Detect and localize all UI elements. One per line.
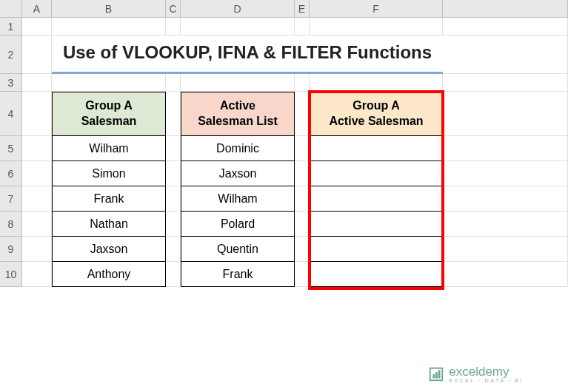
cell-b10[interactable]: Anthony: [52, 262, 166, 287]
cell-f3[interactable]: [310, 74, 443, 92]
col-header-e[interactable]: E: [295, 0, 310, 18]
cell-d7[interactable]: Wilham: [181, 186, 295, 212]
cell-c5[interactable]: [166, 136, 181, 161]
cell-rest7[interactable]: [443, 186, 568, 212]
row-header-3[interactable]: 3: [0, 74, 22, 92]
table-header-result[interactable]: Group A Active Salesman: [310, 92, 443, 136]
cell-b6[interactable]: Simon: [52, 161, 166, 186]
cell-e4[interactable]: [295, 92, 310, 136]
cell-a10[interactable]: [22, 262, 52, 287]
watermark-sub-text: EXCEL · DATA · BI: [449, 378, 524, 383]
exceldemy-logo-icon: [428, 366, 444, 382]
cell-e6[interactable]: [295, 161, 310, 186]
cell-d1[interactable]: [181, 18, 295, 36]
header-b-text: Group A Salesman: [81, 98, 137, 129]
svg-rect-3: [438, 371, 441, 379]
cell-a4[interactable]: [22, 92, 52, 136]
cell-f6[interactable]: [310, 161, 443, 186]
cell-c4[interactable]: [166, 92, 181, 136]
col-header-a[interactable]: A: [22, 0, 52, 18]
cell-a6[interactable]: [22, 161, 52, 186]
svg-rect-2: [435, 372, 438, 378]
cell-e3[interactable]: [295, 74, 310, 92]
cell-rest5[interactable]: [443, 136, 568, 161]
cell-b7[interactable]: Frank: [52, 186, 166, 212]
cell-b1[interactable]: [52, 18, 166, 36]
watermark-main-text: exceldemy: [449, 365, 524, 378]
row-header-5[interactable]: 5: [0, 136, 22, 161]
spreadsheet-grid: A B C D E F 1 2 Use of VLOOKUP, IFNA & F…: [0, 0, 568, 287]
cell-a5[interactable]: [22, 136, 52, 161]
col-header-d[interactable]: D: [181, 0, 295, 18]
cell-rest2[interactable]: [443, 36, 568, 74]
cell-c9[interactable]: [166, 237, 181, 262]
cell-a1[interactable]: [22, 18, 52, 36]
col-header-f[interactable]: F: [310, 0, 443, 18]
cell-c1[interactable]: [166, 18, 181, 36]
cell-b9[interactable]: Jaxson: [52, 237, 166, 262]
cell-rest8[interactable]: [443, 212, 568, 237]
row-header-2[interactable]: 2: [0, 36, 22, 74]
row-header-10[interactable]: 10: [0, 262, 22, 287]
row-header-4[interactable]: 4: [0, 92, 22, 136]
table-header-group-a[interactable]: Group A Salesman: [52, 92, 166, 136]
col-header-b[interactable]: B: [52, 0, 166, 18]
col-header-c[interactable]: C: [166, 0, 181, 18]
cell-e5[interactable]: [295, 136, 310, 161]
cell-d6[interactable]: Jaxson: [181, 161, 295, 186]
cell-rest4[interactable]: [443, 92, 568, 136]
row-header-9[interactable]: 9: [0, 237, 22, 262]
cell-d10[interactable]: Frank: [181, 262, 295, 287]
cell-f7[interactable]: [310, 186, 443, 212]
header-d-text: Active Salesman List: [198, 98, 278, 129]
cell-f8[interactable]: [310, 212, 443, 237]
cell-rest3[interactable]: [443, 74, 568, 92]
cell-a9[interactable]: [22, 237, 52, 262]
cell-a8[interactable]: [22, 212, 52, 237]
cell-rest10[interactable]: [443, 262, 568, 287]
row-header-6[interactable]: 6: [0, 161, 22, 186]
col-header-rest: [443, 0, 568, 18]
cell-b3[interactable]: [52, 74, 166, 92]
row-header-7[interactable]: 7: [0, 186, 22, 212]
cell-d3[interactable]: [181, 74, 295, 92]
cell-c3[interactable]: [166, 74, 181, 92]
cell-c10[interactable]: [166, 262, 181, 287]
svg-rect-1: [433, 374, 435, 379]
cell-d9[interactable]: Quentin: [181, 237, 295, 262]
cell-f1[interactable]: [310, 18, 443, 36]
cell-f9[interactable]: [310, 237, 443, 262]
watermark: exceldemy EXCEL · DATA · BI: [428, 365, 524, 383]
table-header-active[interactable]: Active Salesman List: [181, 92, 295, 136]
cell-rest6[interactable]: [443, 161, 568, 186]
cell-d8[interactable]: Polard: [181, 212, 295, 237]
cell-b8[interactable]: Nathan: [52, 212, 166, 237]
row-header-1[interactable]: 1: [0, 18, 22, 36]
page-title[interactable]: Use of VLOOKUP, IFNA & FILTER Functions: [52, 36, 443, 74]
cell-c8[interactable]: [166, 212, 181, 237]
cell-e9[interactable]: [295, 237, 310, 262]
cell-b5[interactable]: Wilham: [52, 136, 166, 161]
cell-a7[interactable]: [22, 186, 52, 212]
cell-e10[interactable]: [295, 262, 310, 287]
cell-f5[interactable]: [310, 136, 443, 161]
cell-c7[interactable]: [166, 186, 181, 212]
header-f-text: Group A Active Salesman: [329, 98, 423, 129]
cell-e7[interactable]: [295, 186, 310, 212]
cell-e8[interactable]: [295, 212, 310, 237]
cell-a2[interactable]: [22, 36, 52, 74]
cell-a3[interactable]: [22, 74, 52, 92]
cell-f10[interactable]: [310, 262, 443, 287]
cell-rest1[interactable]: [443, 18, 568, 36]
row-header-8[interactable]: 8: [0, 212, 22, 237]
cell-c6[interactable]: [166, 161, 181, 186]
corner-cell: [0, 0, 22, 18]
cell-d5[interactable]: Dominic: [181, 136, 295, 161]
cell-e1[interactable]: [295, 18, 310, 36]
cell-rest9[interactable]: [443, 237, 568, 262]
